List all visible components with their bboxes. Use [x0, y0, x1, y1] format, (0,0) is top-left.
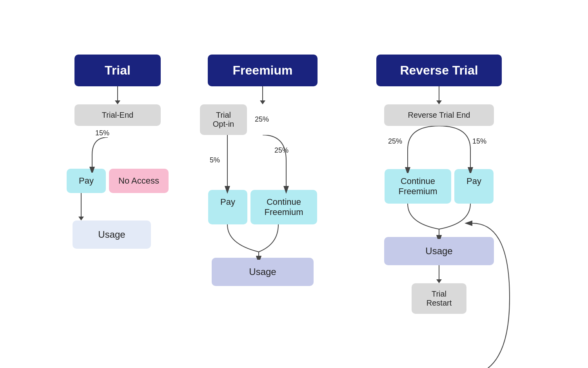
freemium-arrow-svg: 5% 25% — [200, 135, 318, 198]
optin-row: Trial Opt-in 25% — [200, 104, 325, 135]
arrow-to-usage-trial — [67, 193, 169, 220]
continue-freemium-rt-label: Continue Freemium — [398, 176, 437, 196]
pct-arrow-group: 15% — [88, 126, 112, 173]
pay-label-freemium: Pay — [220, 197, 235, 207]
usage-box-trial: Usage — [73, 220, 151, 249]
action-row-trial: Pay No Access — [67, 169, 169, 193]
no-access-label: No Access — [118, 176, 159, 186]
rt-to-usage-arrows — [357, 204, 521, 239]
trial-header: Trial — [74, 55, 161, 86]
svg-text:5%: 5% — [210, 156, 220, 164]
arrow-line — [117, 86, 118, 100]
arrow-rt-to-rtend — [436, 86, 442, 104]
diagram-container: Trial Trial-End 15% — [0, 39, 588, 330]
reverse-trial-header-label: Reverse Trial — [400, 63, 478, 77]
arrow-head — [115, 100, 120, 104]
arrow-head — [260, 100, 265, 104]
trial-header-label: Trial — [105, 63, 131, 77]
pay-label-trial: Pay — [79, 176, 94, 186]
trial-column: Trial Trial-End 15% — [67, 55, 169, 249]
usage-label-rt: Usage — [425, 246, 452, 256]
freemium-to-usage-arrows — [200, 224, 325, 260]
arrow-trial-to-trialend — [115, 86, 120, 104]
reverse-trial-header: Reverse Trial — [376, 55, 502, 86]
rt-branch-arrows: 25% 15% — [357, 126, 521, 173]
trial-pct-label: 15% — [95, 129, 109, 137]
trial-optin-label: Trial Opt-in — [213, 111, 234, 128]
trial-restart-box: Trial Restart — [412, 283, 466, 314]
arrow-freemium-to-optin — [260, 86, 265, 104]
trial-end-box: Trial-End — [74, 104, 161, 126]
reverse-trial-end-box: Reverse Trial End — [384, 104, 494, 126]
usage-box-freemium: Usage — [212, 258, 314, 286]
freemium-header: Freemium — [208, 55, 318, 86]
trial-optin-box: Trial Opt-in — [200, 104, 247, 135]
usage-label-trial: Usage — [98, 229, 125, 240]
arrow-usage-to-restart — [436, 265, 442, 283]
trial-end-label: Trial-End — [102, 111, 133, 119]
svg-text:25%: 25% — [388, 137, 402, 145]
no-access-box: No Access — [109, 169, 169, 193]
trial-restart-label: Trial Restart — [426, 290, 452, 307]
rt-branch-svg: 25% 15% — [357, 126, 521, 173]
reverse-trial-end-label: Reverse Trial End — [408, 111, 470, 119]
usage-box-rt: Usage — [384, 237, 494, 265]
svg-text:15%: 15% — [472, 137, 486, 145]
reverse-trial-column: Reverse Trial Reverse Trial End 25% 15% — [357, 55, 521, 314]
freemium-column: Freemium Trial Opt-in 25% 5% — [200, 55, 325, 286]
arrow-line — [439, 86, 439, 100]
arrow-line-usage — [81, 193, 82, 217]
arrow-head — [436, 279, 442, 283]
usage-label-freemium: Usage — [249, 266, 276, 277]
freemium-header-label: Freemium — [233, 63, 293, 77]
pct-arrow-left: 15% — [88, 126, 112, 173]
pct25-label: 25% — [255, 115, 269, 124]
rt-usage-svg — [357, 204, 521, 239]
arrow-with-curve — [88, 137, 112, 173]
pay-rt-label: Pay — [466, 176, 481, 186]
arrow-head-usage — [78, 217, 84, 220]
freemium-arrows-area: 5% 25% — [200, 135, 325, 198]
curved-arrow-svg — [88, 137, 112, 173]
arrow-head — [436, 100, 442, 104]
arrow-down-usage — [78, 193, 84, 220]
freemium-usage-svg — [200, 224, 318, 260]
continue-freemium-rt-box: Continue Freemium — [385, 169, 451, 204]
continue-freemium-label: Continue Freemium — [264, 197, 303, 217]
svg-text:25%: 25% — [274, 146, 289, 154]
arrow-line — [262, 86, 263, 100]
pay-rt-box: Pay — [454, 169, 494, 204]
arrow-line — [439, 265, 439, 279]
action-row-rt: Continue Freemium Pay — [385, 169, 494, 204]
pct25-group: 25% — [255, 115, 269, 124]
